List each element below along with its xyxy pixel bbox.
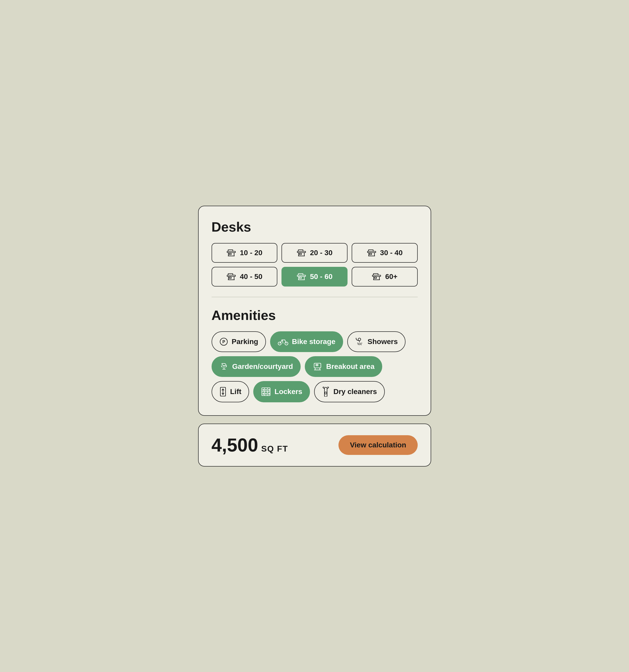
desk-label-60plus: 60+: [385, 272, 398, 281]
desk-option-10-20[interactable]: 10 - 20: [211, 243, 278, 263]
svg-point-64: [263, 393, 264, 394]
desk-icon: [226, 272, 236, 281]
svg-point-66: [266, 393, 267, 394]
desk-label-30-40: 30 - 40: [380, 249, 403, 257]
desk-label-10-20: 10 - 20: [240, 249, 262, 257]
amenities-title: Amenities: [211, 308, 418, 323]
svg-point-41: [358, 338, 361, 341]
amenity-dry-cleaners[interactable]: Dry cleaners: [314, 381, 384, 402]
shower-icon: [355, 337, 364, 346]
desk-options-grid: 10 - 20 20 - 30 30 -: [211, 243, 418, 287]
main-card: Desks 10 - 20 20 - 30: [198, 206, 431, 416]
desks-title: Desks: [211, 219, 418, 235]
svg-rect-25: [298, 273, 303, 275]
svg-point-65: [266, 389, 267, 390]
svg-rect-1: [228, 250, 233, 251]
amenity-bike-storage[interactable]: Bike storage: [270, 331, 343, 352]
amenity-showers-label: Showers: [368, 338, 398, 346]
amenity-showers[interactable]: Showers: [347, 331, 405, 352]
sqft-number: 4,500: [211, 434, 258, 456]
desk-label-20-30: 20 - 30: [310, 249, 332, 257]
svg-rect-17: [370, 254, 372, 255]
dryclean-icon: [322, 387, 330, 397]
sqft-label: SQ FT: [261, 444, 288, 454]
desk-icon: [367, 249, 377, 257]
svg-point-63: [263, 389, 264, 390]
desk-icon: [372, 272, 381, 281]
svg-rect-23: [229, 277, 231, 279]
svg-rect-35: [374, 277, 377, 279]
amenity-lift-label: Lift: [230, 388, 242, 396]
desk-option-20-30[interactable]: 20 - 30: [281, 243, 348, 263]
desk-label-40-50: 40 - 50: [240, 272, 262, 281]
amenity-parking[interactable]: P Parking: [211, 331, 266, 352]
amenity-breakout-area[interactable]: Breakout area: [305, 356, 382, 377]
amenity-garden-label: Garden/courtyard: [232, 362, 293, 371]
amenity-garden-courtyard[interactable]: Garden/courtyard: [211, 356, 301, 377]
section-divider: [211, 297, 418, 297]
amenity-lockers[interactable]: Lockers: [253, 381, 310, 402]
amenity-row-1: P Parking Bike storage: [211, 331, 418, 352]
svg-rect-11: [299, 254, 301, 255]
desk-label-50-60: 50 - 60: [310, 272, 332, 281]
desk-option-60plus[interactable]: 60+: [352, 267, 418, 287]
desk-option-50-60[interactable]: 50 - 60: [281, 267, 348, 287]
desk-icon: [226, 249, 236, 257]
breakout-icon: [312, 362, 322, 371]
amenity-bike-storage-label: Bike storage: [292, 338, 335, 346]
bottom-card: 4,500 SQ FT View calculation: [198, 424, 431, 466]
svg-point-69: [325, 392, 327, 394]
desk-icon: [297, 272, 306, 281]
svg-text:P: P: [222, 340, 225, 344]
sqft-display: 4,500 SQ FT: [211, 434, 288, 456]
desk-option-40-50[interactable]: 40 - 50: [211, 267, 278, 287]
amenity-parking-label: Parking: [232, 338, 258, 346]
parking-icon: P: [219, 337, 228, 346]
lockers-icon: [261, 387, 271, 397]
desk-option-30-40[interactable]: 30 - 40: [352, 243, 418, 263]
svg-point-68: [269, 393, 270, 394]
amenity-lockers-label: Lockers: [275, 388, 302, 396]
svg-rect-19: [228, 273, 233, 275]
amenity-lift[interactable]: Lift: [211, 381, 249, 402]
lift-icon: [219, 387, 227, 397]
amenities-grid: P Parking Bike storage: [211, 331, 418, 402]
amenity-dry-cleaners-label: Dry cleaners: [333, 388, 377, 396]
svg-rect-5: [229, 254, 231, 255]
bike-icon: [278, 338, 288, 345]
desk-icon: [297, 249, 306, 257]
svg-point-67: [269, 389, 270, 390]
amenity-breakout-label: Breakout area: [326, 362, 374, 371]
amenity-row-3: Lift Lockers: [211, 381, 418, 402]
svg-rect-31: [373, 273, 378, 275]
svg-rect-29: [299, 277, 301, 279]
svg-rect-13: [369, 250, 373, 251]
amenity-row-2: Garden/courtyard Breakout area: [211, 356, 418, 377]
svg-rect-7: [298, 250, 303, 251]
tree-icon: [219, 362, 229, 371]
view-calculation-button[interactable]: View calculation: [338, 435, 418, 455]
